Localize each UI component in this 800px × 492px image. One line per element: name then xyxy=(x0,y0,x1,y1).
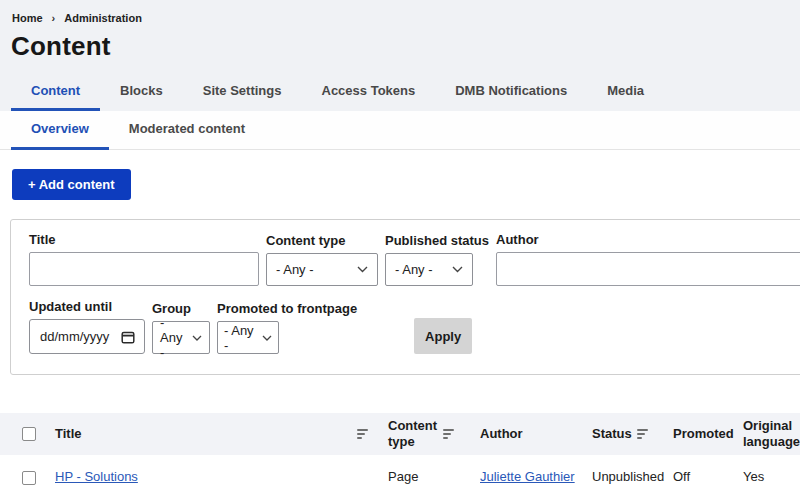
published-status-filter-field: Published status - Any - xyxy=(385,233,489,286)
table-header-row: Title Content type Author Status Promote… xyxy=(0,413,800,455)
tab-media[interactable]: Media xyxy=(587,74,664,111)
breadcrumb: Home › Administration xyxy=(0,12,800,24)
tab-blocks[interactable]: Blocks xyxy=(100,74,183,111)
updated-until-date-input[interactable]: dd/mm/yyyy xyxy=(29,319,145,354)
chevron-down-icon xyxy=(357,266,368,273)
author-filter-input[interactable] xyxy=(496,252,800,286)
published-status-select[interactable]: - Any - xyxy=(385,253,473,286)
breadcrumb-separator-icon: › xyxy=(52,12,56,24)
title-filter-label: Title xyxy=(29,232,259,247)
page-header: Home › Administration Content Content Bl… xyxy=(0,0,800,111)
chevron-down-icon xyxy=(262,335,272,341)
table-row: HP - Solutions Page Juliette Gauthier Un… xyxy=(0,455,800,492)
title-filter-input[interactable] xyxy=(29,252,259,286)
group-select[interactable]: - Any - xyxy=(152,321,210,354)
content-type-select-value: - Any - xyxy=(276,262,314,277)
sort-icon[interactable] xyxy=(443,429,454,439)
tab-moderated-content[interactable]: Moderated content xyxy=(109,111,265,150)
sort-icon[interactable] xyxy=(637,429,648,439)
calendar-icon[interactable] xyxy=(121,330,135,344)
content-type-filter-field: Content type - Any - xyxy=(266,233,378,286)
content-type-value: Page xyxy=(378,455,468,492)
promoted-filter-label: Promoted to frontpage xyxy=(217,301,357,316)
author-filter-field: Author xyxy=(496,232,800,286)
tab-site-settings[interactable]: Site Settings xyxy=(183,74,302,111)
tab-content[interactable]: Content xyxy=(11,74,100,111)
group-filter-field: Group - Any - xyxy=(152,301,210,354)
column-header-content-type: Content type xyxy=(388,418,443,451)
content-table: Title Content type Author Status Promote… xyxy=(0,413,800,492)
column-header-status: Status xyxy=(592,426,632,442)
column-header-original-language: Original language xyxy=(730,413,800,455)
chevron-down-icon xyxy=(192,335,202,341)
tab-dmb-notifications[interactable]: DMB Notifications xyxy=(435,74,587,111)
original-language-value: Yes xyxy=(730,455,800,492)
column-header-author: Author xyxy=(468,413,580,455)
breadcrumb-administration[interactable]: Administration xyxy=(64,12,142,24)
tab-overview[interactable]: Overview xyxy=(11,111,109,150)
published-status-filter-label: Published status xyxy=(385,233,489,248)
page-title: Content xyxy=(0,31,800,62)
date-placeholder: dd/mm/yyyy xyxy=(40,329,109,344)
tab-access-tokens[interactable]: Access Tokens xyxy=(302,74,436,111)
sort-icon[interactable] xyxy=(357,429,368,439)
chevron-down-icon xyxy=(452,266,463,273)
published-status-select-value: - Any - xyxy=(395,262,433,277)
title-filter-field: Title xyxy=(29,232,259,286)
secondary-tab-bar: Overview Moderated content xyxy=(0,111,800,150)
updated-until-filter-label: Updated until xyxy=(29,299,145,314)
select-all-checkbox[interactable] xyxy=(22,427,36,441)
group-filter-label: Group xyxy=(152,301,210,316)
content-type-filter-label: Content type xyxy=(266,233,378,248)
column-header-title: Title xyxy=(55,426,82,442)
promoted-select[interactable]: - Any - xyxy=(217,321,279,354)
author-filter-label: Author xyxy=(496,232,800,247)
promoted-filter-field: Promoted to frontpage - Any - xyxy=(217,301,357,354)
content-title-link[interactable]: HP - Solutions xyxy=(55,469,138,484)
primary-tab-bar: Content Blocks Site Settings Access Toke… xyxy=(0,74,800,111)
filter-panel: Title Content type - Any - Published sta… xyxy=(10,219,800,375)
promoted-value: Off xyxy=(660,455,730,492)
group-select-value: - Any - xyxy=(160,315,188,360)
add-content-button[interactable]: + Add content xyxy=(12,169,131,200)
content-type-select[interactable]: - Any - xyxy=(266,253,378,286)
apply-button[interactable]: Apply xyxy=(414,318,472,354)
author-link[interactable]: Juliette Gauthier xyxy=(480,469,575,484)
select-row-checkbox[interactable] xyxy=(22,471,36,485)
breadcrumb-home-link[interactable]: Home xyxy=(12,12,43,24)
status-value: Unpublished xyxy=(580,455,660,492)
updated-until-filter-field: Updated until dd/mm/yyyy xyxy=(29,299,145,354)
column-header-promoted: Promoted xyxy=(660,413,730,455)
promoted-select-value: - Any - xyxy=(224,323,258,353)
